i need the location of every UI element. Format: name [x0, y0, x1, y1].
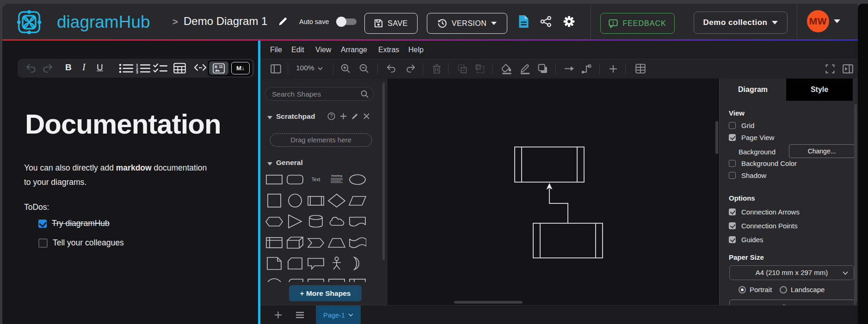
shape-heading[interactable]: Heading: [326, 170, 347, 189]
zoom-in-icon[interactable]: [341, 64, 351, 73]
edit-data-button[interactable]: Edit Data...: [729, 300, 855, 305]
to-back-icon[interactable]: [475, 64, 485, 73]
todos-label[interactable]: ToDos:: [24, 200, 49, 214]
format-panel-toggle-icon[interactable]: [843, 64, 853, 73]
settings-gear-icon[interactable]: [563, 15, 575, 28]
page-tab[interactable]: Page-1: [316, 306, 361, 324]
pages-menu-icon[interactable]: [295, 312, 304, 318]
zoom-caret-icon[interactable]: [318, 67, 323, 70]
underline-button[interactable]: U: [97, 62, 103, 73]
scratchpad-section-label[interactable]: Scratchpad: [276, 112, 315, 121]
menu-extras[interactable]: Extras: [378, 41, 399, 59]
portrait-option[interactable]: Portrait: [739, 286, 772, 293]
diagram-canvas[interactable]: [388, 79, 719, 305]
add-page-icon[interactable]: [274, 311, 282, 319]
fullscreen-icon[interactable]: [825, 64, 835, 73]
shape-ellipse[interactable]: [347, 170, 368, 189]
line-color-icon[interactable]: [520, 63, 530, 74]
connection-arrows-option[interactable]: Connection Arrows: [729, 208, 800, 216]
menu-file[interactable]: File: [270, 41, 282, 59]
general-caret-icon[interactable]: [267, 162, 272, 165]
edit-title-pencil-icon[interactable]: [277, 16, 288, 27]
format-panel-scrollbar[interactable]: [854, 104, 857, 303]
waypoints-icon[interactable]: [581, 64, 591, 73]
shape-card[interactable]: [284, 254, 305, 273]
background-color-option[interactable]: Background Color: [729, 159, 797, 167]
connection-points-option[interactable]: Connection Points: [729, 222, 798, 230]
redo-icon[interactable]: [405, 64, 415, 73]
collection-dropdown[interactable]: Demo collection: [694, 12, 788, 34]
shape-note[interactable]: [264, 254, 284, 273]
outline-toggle-icon[interactable]: [271, 64, 281, 73]
shape-triangle[interactable]: [284, 212, 305, 231]
more-shapes-button[interactable]: + More Shapes: [289, 285, 362, 301]
to-front-icon[interactable]: [458, 64, 467, 73]
shape-hexagon[interactable]: [264, 212, 284, 231]
scratchpad-help-icon[interactable]: ?: [327, 112, 335, 120]
feedback-button[interactable]: FEEDBACK: [600, 13, 675, 34]
search-shapes-input[interactable]: Search Shapes: [265, 87, 374, 101]
landscape-option[interactable]: Landscape: [780, 286, 825, 293]
shape-cloud[interactable]: [326, 212, 347, 231]
shape-document[interactable]: [347, 212, 368, 231]
shape-diamond[interactable]: [326, 191, 347, 210]
version-button[interactable]: VERSION: [427, 13, 507, 34]
checklist-icon[interactable]: [153, 63, 168, 73]
bullet-list-icon[interactable]: [119, 63, 134, 73]
connection-icon[interactable]: [564, 66, 574, 72]
insert-icon[interactable]: [609, 65, 617, 73]
todo-checkbox-checked[interactable]: [38, 220, 47, 228]
shape-tape[interactable]: [347, 233, 368, 252]
todo-item[interactable]: Tell your colleagues: [38, 238, 124, 248]
shape-callout[interactable]: [305, 254, 326, 273]
italic-button[interactable]: I: [82, 62, 86, 73]
table-icon[interactable]: [635, 64, 646, 73]
shape-or[interactable]: [347, 254, 368, 273]
canvas-hscrollbar[interactable]: [454, 301, 523, 304]
richtext-mode-button[interactable]: R: [209, 61, 228, 75]
shape-list[interactable]: [326, 275, 347, 282]
scratchpad-close-icon[interactable]: [363, 113, 370, 120]
menu-edit[interactable]: Edit: [291, 41, 304, 59]
shape-parallelogram[interactable]: [347, 191, 368, 210]
shape-trapezoid[interactable]: [326, 233, 347, 252]
guides-option[interactable]: Guides: [729, 236, 763, 244]
shape-container[interactable]: [305, 275, 326, 282]
shadow-option[interactable]: Shadow: [729, 171, 766, 179]
paper-size-select[interactable]: A4 (210 mm x 297 mm): [729, 265, 854, 280]
shape-and[interactable]: [264, 275, 284, 282]
page-view-option[interactable]: Page View: [729, 134, 774, 141]
shape-circle[interactable]: [284, 191, 305, 210]
shape-actor[interactable]: [326, 254, 347, 273]
shadow-icon[interactable]: [538, 64, 548, 74]
scratchpad-edit-icon[interactable]: [351, 113, 358, 120]
change-background-button[interactable]: Change...: [789, 144, 855, 158]
zoom-out-icon[interactable]: [359, 64, 369, 73]
autosave-toggle[interactable]: [336, 16, 357, 27]
shapes-scrollbar[interactable]: [382, 82, 385, 260]
menu-view[interactable]: View: [315, 41, 331, 59]
redo-icon[interactable]: [42, 64, 53, 73]
menu-help[interactable]: Help: [408, 41, 424, 59]
table-icon[interactable]: [173, 63, 186, 73]
menu-arrange[interactable]: Arrange: [341, 41, 367, 59]
shape-cube[interactable]: [284, 233, 305, 252]
code-block-icon[interactable]: [194, 63, 207, 73]
general-section-label[interactable]: General: [276, 159, 303, 167]
shape-square[interactable]: [264, 191, 284, 210]
delete-icon[interactable]: [432, 64, 441, 73]
shape-rectangle[interactable]: [264, 170, 284, 189]
app-logo-icon[interactable]: [16, 9, 42, 35]
todo-checkbox-unchecked[interactable]: [38, 238, 48, 248]
zoom-dropdown[interactable]: 100%: [296, 64, 314, 72]
shape-rounded-rectangle[interactable]: [284, 170, 305, 189]
shape-text[interactable]: Text: [305, 170, 326, 189]
shape-vertical-container[interactable]: [347, 275, 368, 282]
app-title[interactable]: diagramHub: [57, 12, 150, 32]
shape-process[interactable]: [305, 191, 326, 210]
doc-paragraph[interactable]: You can also directly add markdow docume…: [24, 161, 208, 190]
canvas-vscrollbar[interactable]: [715, 121, 718, 154]
grid-option[interactable]: Grid: [729, 122, 754, 129]
avatar-caret-icon[interactable]: [834, 19, 840, 23]
undo-icon[interactable]: [26, 64, 37, 73]
